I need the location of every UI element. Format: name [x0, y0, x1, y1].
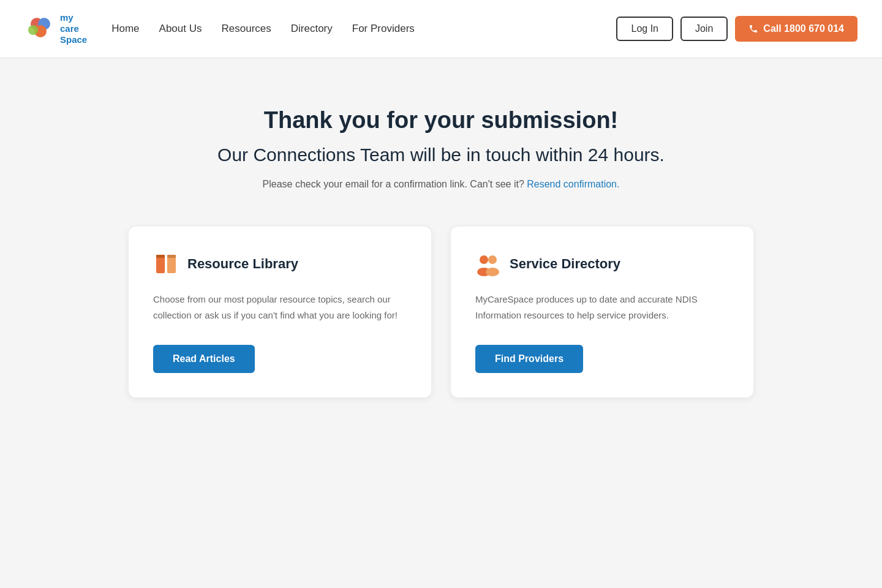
nav-about[interactable]: About Us: [159, 23, 202, 35]
main-content: Thank you for your submission! Our Conne…: [104, 58, 778, 447]
email-note: Please check your email for a confirmati…: [129, 179, 753, 190]
page-title: Thank you for your submission!: [129, 107, 753, 134]
join-button[interactable]: Join: [680, 17, 728, 41]
nav-resources[interactable]: Resources: [222, 23, 271, 35]
service-directory-desc: MyCareSpace produces up to date and accu…: [475, 292, 729, 323]
header: mycareSpace Home About Us Resources Dire…: [0, 0, 882, 58]
nav-home[interactable]: Home: [111, 23, 139, 35]
svg-point-9: [488, 255, 497, 264]
find-providers-button[interactable]: Find Providers: [475, 345, 583, 373]
resend-link-text[interactable]: Resend confirmation.: [527, 179, 619, 189]
logo-text: mycareSpace: [60, 12, 87, 45]
logo-icon: [24, 13, 56, 45]
svg-point-11: [486, 268, 499, 276]
service-directory-title: Service Directory: [510, 256, 620, 272]
logo[interactable]: mycareSpace: [24, 12, 87, 45]
card-header-resource: Resource Library: [153, 251, 407, 277]
read-articles-button[interactable]: Read Articles: [153, 345, 255, 373]
people-icon: [475, 251, 501, 277]
page-subtitle: Our Connections Team will be in touch wi…: [129, 145, 753, 165]
phone-icon: [748, 24, 758, 34]
svg-rect-7: [167, 255, 176, 258]
resource-library-desc: Choose from our most popular resource to…: [153, 292, 407, 323]
main-nav: Home About Us Resources Directory For Pr…: [111, 23, 415, 35]
header-right: Log In Join Call 1800 670 014: [616, 16, 858, 42]
svg-point-8: [480, 255, 488, 264]
svg-rect-6: [156, 255, 165, 258]
nav-directory[interactable]: Directory: [291, 23, 333, 35]
resource-library-title: Resource Library: [187, 256, 298, 272]
call-label: Call 1800 670 014: [763, 23, 844, 34]
call-button[interactable]: Call 1800 670 014: [735, 16, 858, 42]
header-left: mycareSpace Home About Us Resources Dire…: [24, 12, 415, 45]
email-text: Please check your email for a confirmati…: [263, 179, 524, 189]
card-header-directory: Service Directory: [475, 251, 729, 277]
svg-point-3: [28, 25, 38, 35]
resource-library-card: Resource Library Choose from our most po…: [129, 227, 431, 398]
cards-section: Resource Library Choose from our most po…: [129, 227, 753, 398]
nav-providers[interactable]: For Providers: [352, 23, 415, 35]
book-icon: [153, 251, 179, 277]
service-directory-card: Service Directory MyCareSpace produces u…: [451, 227, 753, 398]
login-button[interactable]: Log In: [616, 17, 673, 41]
